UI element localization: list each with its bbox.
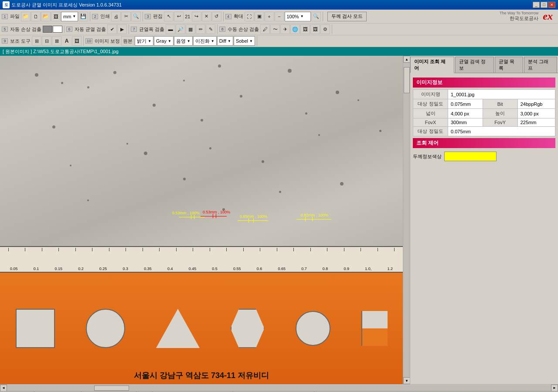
manual-damage-earth[interactable]: 🌐 [290, 24, 300, 34]
hscroll-left-button[interactable]: ◄ [0, 385, 7, 392]
measurement-1: 0.53mm , 100% [179, 213, 205, 226]
thickness-color-swatch[interactable] [444, 152, 497, 161]
value-filename: 1_0001.jpg [448, 90, 555, 99]
crack-width-pencil[interactable]: ✏ [196, 24, 205, 34]
refresh-btn[interactable]: ↺ [212, 12, 221, 21]
tab-image-control[interactable]: 이미지 조회 제어 [410, 57, 454, 73]
crack-width-btn5[interactable]: ✎ [206, 24, 215, 34]
zoom-dropdown[interactable]: 100% ▼ [285, 12, 311, 21]
auto-crack-play[interactable]: ▶ [117, 24, 127, 34]
korean-text: 서울시 강남구 역삼도 734-11 저유비디 [134, 370, 269, 381]
info-row-precision: 대상 정밀도 0.075mm Bit 24bppRgb [413, 99, 555, 109]
label-height: 높이 [483, 109, 517, 118]
scroll-down-button[interactable]: ▼ [403, 377, 410, 384]
print-btn2[interactable]: ✂ [121, 12, 131, 21]
manual-damage-fly[interactable]: ✈ [280, 24, 290, 34]
toolbar-row-3: 9 보조 도구 ⊞ ⊟ ⊠ A 🖼 10 이미지 보정 원본 밝기 ▼ Gray… [0, 35, 558, 47]
auto-crack-check[interactable]: ✔ [107, 24, 117, 34]
tab-crack-search[interactable]: 균열 검색 정보 [455, 57, 494, 73]
hscroll-right-button[interactable]: ► [551, 385, 558, 392]
info-row-width-height: 넓이 4,000 px 높이 3,000 px [413, 109, 555, 118]
zoom-search-btn[interactable]: 🔍 [311, 12, 321, 21]
dropdown-arrow: ▼ [72, 14, 76, 18]
zoom-out-btn[interactable]: − [275, 12, 284, 21]
auto-damage-btn2[interactable] [53, 26, 62, 33]
close-button[interactable]: ✕ [548, 2, 555, 8]
redo-btn[interactable]: ↪ [192, 12, 201, 21]
group-label-crack-width: 균열폭 검출 [138, 26, 165, 33]
brightness-dropdown[interactable]: 밝기 ▼ [135, 36, 153, 46]
gray-dropdown[interactable]: Gray ▼ [154, 36, 174, 46]
scroll-thumb[interactable] [404, 67, 410, 93]
undo-count: 21 [184, 14, 191, 19]
print-btn3[interactable]: 🔍 [131, 12, 141, 21]
delete-btn[interactable]: ✕ [202, 12, 211, 21]
measurement-3: 0.65mm , 100% [238, 216, 272, 229]
assist-img-btn[interactable]: 🖼 [72, 36, 82, 46]
crack-width-grid[interactable]: ▦ [186, 24, 195, 34]
undo-btn[interactable]: ↩ [174, 12, 184, 21]
toolbar-group-auto-crack: 6 자동 균열 검출 ✔ ▶ [66, 24, 129, 34]
unit-dropdown[interactable]: mm ▼ [61, 12, 78, 21]
crack-width-btn2[interactable]: 🔎 [176, 24, 185, 34]
assist-btn3[interactable]: ⊠ [52, 36, 61, 46]
manual-damage-wave[interactable]: 〜 [270, 24, 280, 34]
tab-crack-list[interactable]: 균열 목록 [495, 57, 523, 73]
print-btn1[interactable]: 🖨 [111, 12, 121, 21]
file-btn2[interactable]: 🗋 [31, 12, 41, 21]
toolbar-row-1: 1 파일 📁 🗋 📂 🖼 mm ▼ 💾 2 인쇄 🖨 ✂ 🔍 3 편집 ↖ ↩ … [0, 10, 558, 24]
scroll-up-button[interactable]: ▲ [403, 56, 410, 63]
mode-button[interactable]: 두께 검사 모드 [327, 12, 367, 21]
assist-text-btn[interactable]: A [62, 36, 71, 46]
file-btn4[interactable]: 🖼 [51, 12, 61, 21]
fullscreen-btn[interactable]: ⛶ [245, 12, 254, 21]
scroll-track[interactable] [403, 63, 410, 377]
auto-damage-btn1[interactable] [43, 26, 52, 33]
panel-tabs: 이미지 조회 제어 균열 검색 정보 균열 목록 분석 그래프 [410, 56, 558, 73]
file-open-btn[interactable]: 📁 [21, 12, 31, 21]
section-view-control: 조회 제어 [413, 138, 555, 148]
image-viewer[interactable]: 0.53mm , 100% 0.53mm , 100% [0, 56, 403, 384]
sobel-dropdown[interactable]: Sobel ▼ [234, 36, 255, 46]
invert-dropdown[interactable]: 이진화 ▼ [193, 36, 217, 46]
group-label-manual-damage: 수동 손상 검출 [227, 26, 260, 33]
group-num-10: 10 [85, 38, 92, 44]
manual-damage-img2[interactable]: 🖼 [310, 24, 320, 34]
save-btn[interactable]: 💾 [78, 12, 88, 21]
manual-damage-img1[interactable]: 🖼 [300, 24, 310, 34]
crack-width-btn1[interactable]: ▬ [166, 24, 175, 34]
original-btn[interactable]: 원본 [121, 36, 134, 46]
shape-circle [86, 309, 125, 348]
viewer-scrollbar[interactable]: ▲ ▼ [403, 56, 410, 384]
manual-damage-pen[interactable]: 🖊 [260, 24, 270, 34]
group-label-auto-damage: 자동 손상 검출 [9, 26, 42, 33]
tab-analysis-graph[interactable]: 분석 그래프 [524, 57, 557, 73]
title-text: 도로공사 균열 이미지 프로세싱 Version 1.0.6.34731 [11, 2, 533, 8]
info-row-filename: 이미지명 1_0001.jpg [413, 90, 555, 99]
zoom-in-btn[interactable]: + [265, 12, 274, 21]
assist-btn2[interactable]: ⊟ [42, 36, 51, 46]
toolbar-row-2: 5 자동 손상 검출 6 자동 균열 검출 ✔ ▶ 7 균열폭 검출 ▬ 🔎 ▦… [0, 24, 558, 35]
hscroll-track[interactable] [7, 385, 551, 391]
horizontal-scrollbar[interactable]: ◄ ► [0, 384, 558, 391]
measurement-2: 0.53mm , 100% [201, 212, 227, 225]
panel-content: 이미지정보 이미지명 1_0001.jpg 대상 정밀도 0.075mm Bit… [410, 73, 558, 384]
road-image: 0.53mm , 100% 0.53mm , 100% [0, 56, 403, 384]
toolbar-group-crack-width: 7 균열폭 검출 ▬ 🔎 ▦ ✏ ✎ [131, 24, 218, 34]
cursor-btn[interactable]: ↖ [164, 12, 174, 21]
group-label-edit: 편집 [152, 13, 163, 20]
file-btn3[interactable]: 📂 [41, 12, 51, 21]
window-controls[interactable]: _ □ ✕ [533, 2, 555, 8]
maximize-button[interactable]: □ [541, 2, 548, 8]
minimize-button[interactable]: _ [533, 2, 540, 8]
ruler-strip: 0.050.10.150.2 0.250.30.350.4 0.450.50.5… [0, 246, 403, 272]
assist-btn1[interactable]: ⊞ [32, 36, 41, 46]
manual-damage-settings[interactable]: ⚙ [320, 24, 330, 34]
label-bit: Bit [483, 99, 517, 109]
fitscreen-btn[interactable]: ▣ [255, 12, 264, 21]
image-path: [ 원본이미지 ] Z:\W53.도로교통공사\TEMP\1_0001.jpg [3, 48, 119, 55]
value-fovy: 225mm [517, 118, 555, 127]
hscroll-thumb[interactable] [94, 385, 129, 391]
shadow-dropdown[interactable]: 음영 ▼ [174, 36, 193, 46]
diff-dropdown[interactable]: Diff ▼ [217, 36, 233, 46]
